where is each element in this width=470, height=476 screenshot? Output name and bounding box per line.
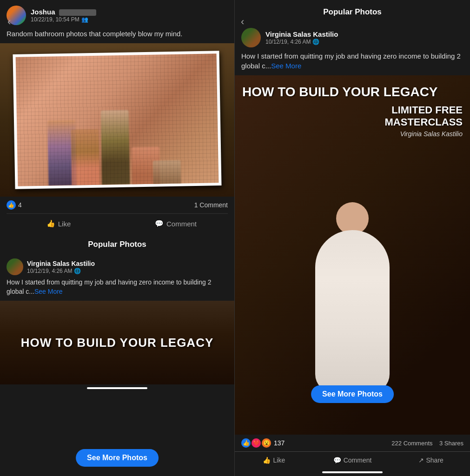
right-globe-icon: 🌐 (312, 39, 319, 45)
popular-author-left: Virginia Salas Kastilio (27, 260, 95, 267)
popular-post-text-left: How I started from quitting my job and h… (7, 278, 228, 296)
like-icon: 👍 (7, 200, 16, 210)
right-like-icon: 👍 (263, 456, 271, 464)
right-post-timestamp: 10/12/19, 4:26 AM (265, 39, 311, 45)
author-name-blurred (59, 9, 96, 16)
post-author: Joshua (31, 8, 228, 16)
popular-timestamp-left: 10/12/19, 4:26 AM (27, 268, 72, 274)
masterclass-main-title: HOW TO BUILD YOUR LEGACY (242, 85, 463, 99)
legacy-text-overlay-left: HOW TO BUILD YOUR LEGACY (16, 331, 218, 354)
like-emoji: 👍 (241, 438, 251, 448)
post-time: 10/22/19, 10:54 PM 👥 (31, 16, 228, 23)
post-timestamp: 10/22/19, 10:54 PM (31, 16, 79, 23)
bottom-indicator-left (87, 387, 147, 389)
like-button[interactable]: 👍 Like (0, 216, 117, 231)
post-header: Joshua 10/22/19, 10:54 PM 👥 (0, 0, 234, 29)
popular-photos-title-left: Popular Photos (0, 233, 234, 254)
framed-photo (13, 51, 222, 189)
right-post-header: Virginia Salas Kastilio 10/12/19, 4:26 A… (235, 22, 470, 51)
legacy-image-left: HOW TO BUILD YOUR LEGACY (0, 301, 234, 384)
woman-body (315, 230, 390, 393)
right-share-button[interactable]: ↗ Share (391, 452, 470, 469)
like-thumb-icon: 👍 (46, 219, 55, 228)
legacy-title-left: HOW TO BUILD YOUR LEGACY (21, 336, 214, 350)
right-see-more[interactable]: See More (271, 62, 301, 70)
see-more-left[interactable]: See More (34, 288, 63, 295)
popular-post-header-left: Virginia Salas Kastilio 10/12/19, 4:26 A… (7, 258, 228, 275)
emoji-row: 👍 ❤️ 😮 137 (241, 438, 285, 448)
right-shares-count: 3 Shares (439, 440, 463, 447)
reactions-bar: 👍 4 1 Comment (0, 197, 234, 213)
right-reactions-count: 137 (274, 439, 285, 447)
framed-photo-inner (16, 53, 218, 186)
right-post-time: 10/12/19, 4:26 AM 🌐 (265, 39, 463, 45)
wow-emoji: 😮 (262, 438, 271, 448)
photo-placeholder (0, 43, 234, 197)
right-comment-button[interactable]: 💬 Comment (313, 452, 392, 469)
woman-figure (306, 230, 399, 407)
bottom-indicator-right (322, 471, 383, 473)
bottom-image-section-left: HOW TO BUILD YOUR LEGACY See More Photos (0, 301, 234, 476)
author-name: Joshua (31, 8, 55, 16)
right-share-icon: ↗ (418, 456, 424, 464)
right-post-text: How I started from quitting my job and h… (235, 51, 470, 75)
right-post-author: Virginia Salas Kastilio (265, 30, 463, 38)
popular-photos-title-right: Popular Photos (235, 0, 470, 22)
left-nav-arrow[interactable]: ‹ (4, 14, 14, 30)
left-panel: Joshua 10/22/19, 10:54 PM 👥 Random bathr… (0, 0, 235, 476)
post-text: Random bathroom photos that completely b… (0, 29, 234, 43)
comments-shares: 222 Comments 3 Shares (391, 440, 463, 447)
popular-post-left: Virginia Salas Kastilio 10/12/19, 4:26 A… (0, 254, 234, 301)
friends-icon: 👥 (81, 16, 88, 23)
right-post-meta: Virginia Salas Kastilio 10/12/19, 4:26 A… (265, 30, 463, 45)
popular-post-meta-left: Virginia Salas Kastilio 10/12/19, 4:26 A… (27, 260, 95, 274)
comment-label: Comment (166, 220, 197, 228)
right-comments-count: 222 Comments (391, 440, 432, 447)
comment-button[interactable]: 💬 Comment (117, 216, 234, 231)
see-more-photos-button-right[interactable]: See More Photos (311, 385, 394, 403)
pixel-overlay (16, 53, 218, 186)
action-buttons: 👍 Like 💬 Comment (0, 214, 234, 233)
comments-count: 1 Comment (194, 201, 228, 209)
right-share-label: Share (426, 456, 444, 464)
right-masterclass-image: HOW TO BUILD YOUR LEGACY LIMITED FREEMAS… (235, 75, 470, 435)
popular-time-left: 10/12/19, 4:26 AM 🌐 (27, 268, 95, 274)
reaction-count: 👍 4 (7, 200, 22, 210)
see-more-photos-button-left[interactable]: See More Photos (76, 449, 159, 467)
right-like-label: Like (273, 456, 285, 464)
right-avatar (241, 28, 261, 47)
right-action-buttons: 👍 Like 💬 Comment ↗ Share (235, 451, 470, 469)
comment-icon: 💬 (155, 219, 164, 228)
heart-emoji: ❤️ (252, 438, 261, 448)
photo-area (0, 43, 234, 197)
right-panel-nav-arrow[interactable]: ‹ (237, 14, 248, 30)
popular-avatar-left (7, 258, 23, 275)
right-bottom-stats: 👍 ❤️ 😮 137 222 Comments 3 Shares (235, 435, 470, 451)
globe-icon-left: 🌐 (74, 268, 81, 274)
masterclass-author-name: Virginia Salas Kastilio (242, 130, 463, 138)
reactions-number: 4 (18, 201, 22, 209)
masterclass-subtitle: LIMITED FREEMASTERCLASS (242, 104, 463, 128)
masterclass-text-area: HOW TO BUILD YOUR LEGACY LIMITED FREEMAS… (235, 75, 470, 147)
right-comment-label: Comment (344, 456, 372, 464)
like-label: Like (58, 220, 71, 228)
right-panel: Popular Photos Virginia Salas Kastilio 1… (235, 0, 470, 476)
post-meta: Joshua 10/22/19, 10:54 PM 👥 (31, 8, 228, 23)
right-comment-icon: 💬 (333, 456, 341, 464)
right-like-button[interactable]: 👍 Like (235, 452, 313, 469)
